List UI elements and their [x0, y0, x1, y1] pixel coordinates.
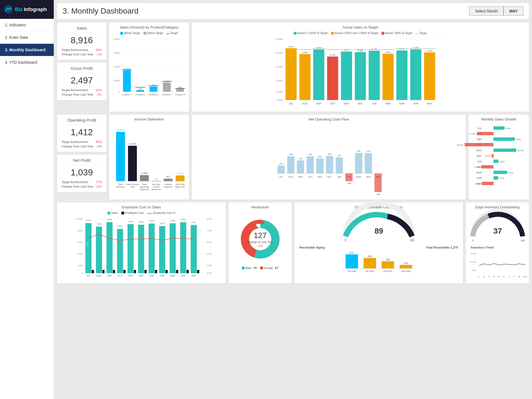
sales-product-svg: 4,000 3,000 2,000 1,000 0 3,121 [112, 36, 187, 97]
main-header: 3. Monthly Dashboard Select Month MAY [57, 3, 529, 19]
svg-text:2,000: 2,000 [277, 99, 283, 101]
svg-text:JUL: JUL [289, 102, 293, 105]
svg-text:9,047: 9,047 [344, 49, 349, 51]
svg-text:0: 0 [472, 239, 473, 242]
operating-profit-kpi: Operating Profit 1,412 Target Achievemen… [57, 114, 107, 152]
svg-text:Product 3: Product 3 [149, 93, 158, 96]
actual-vs-target-legend: Actual >=100% of Target Actual <100% and… [195, 32, 526, 35]
actual-vs-target-svg: 12,000 10,000 8,000 6,000 4,000 2,000 [195, 36, 526, 108]
income-statement-title: Income Statement [112, 117, 186, 121]
svg-rect-205 [102, 270, 104, 273]
np-target-label: Target Achievement [62, 180, 88, 184]
svg-text:127: 127 [254, 231, 267, 240]
svg-text:761: 761 [152, 84, 155, 86]
svg-rect-53 [327, 57, 338, 100]
selected-month[interactable]: MAY [503, 6, 523, 16]
svg-rect-210 [127, 224, 134, 273]
svg-rect-47 [300, 54, 311, 100]
svg-text:8,000: 8,000 [77, 229, 83, 232]
svg-rect-126 [326, 156, 333, 173]
month-selector: Select Month MAY [469, 6, 523, 16]
svg-text:Net Profit: Net Profit [176, 183, 185, 186]
sidebar-item-enter-data[interactable]: 2. Enter Data [0, 31, 54, 44]
svg-text:Product 4: Product 4 [162, 93, 172, 96]
svg-text:JUL: JUL [279, 176, 283, 178]
svg-text:<90 Days: <90 Days [383, 270, 392, 272]
svg-text:Expense: Expense [164, 186, 172, 188]
svg-rect-220 [180, 222, 186, 273]
svg-text:3.0%: 3.0% [207, 272, 212, 274]
svg-text:Revenue: Revenue [116, 186, 125, 188]
sidebar-item-indicators[interactable]: 1. Indicators [0, 19, 54, 31]
sidebar-item-ytd-dashboard[interactable]: 4. YTD Dashboard [0, 56, 54, 69]
svg-rect-219 [176, 270, 178, 273]
svg-text:APR: APR [181, 275, 186, 277]
svg-text:Product 2: Product 2 [135, 93, 145, 96]
svg-text:OCT: OCT [308, 176, 313, 178]
actual-vs-target-title: Actual Sales vs Target [195, 25, 526, 29]
svg-text:SEP: SEP [477, 138, 482, 141]
inventory-trend-svg: 15,000 10,000 5,000 - J A S [469, 250, 527, 278]
svg-rect-204 [96, 227, 102, 273]
svg-text:8,000: 8,000 [277, 65, 283, 68]
sales-change-label: Change Over Last Year [62, 53, 93, 56]
svg-rect-207 [113, 270, 115, 273]
np-title: Net Profit [62, 158, 102, 165]
sidebar-item-monthly-dashboard[interactable]: 3. Monthly Dashboard [0, 44, 54, 56]
svg-rect-162 [493, 149, 516, 152]
svg-text:279: 279 [367, 150, 370, 153]
svg-text:AUG: AUG [288, 176, 293, 178]
actual-vs-target-chart: Actual Sales vs Target Actual >=100% of … [191, 22, 529, 112]
kpi-column-top: Sales 8,916 Target Achievement 94% Chang… [57, 22, 107, 112]
svg-text:Cost of Goods: Cost of Goods [126, 183, 139, 186]
svg-rect-15 [136, 90, 144, 92]
svg-text:Finance: Finance [165, 183, 172, 186]
svg-text:SEP: SEP [107, 275, 112, 277]
svg-rect-263 [400, 265, 412, 268]
svg-text:6.1%: 6.1% [191, 221, 196, 223]
svg-text:Change vs Last Year: Change vs Last Year [247, 241, 273, 244]
svg-text:180: 180 [520, 239, 525, 242]
svg-text:JAN: JAN [372, 102, 377, 105]
employee-cost-chart: Employee Cost vs Sales Sales Employee Co… [57, 202, 226, 283]
svg-text:-106: -106 [347, 182, 351, 185]
employee-cost-svg: 10,000 8,000 6,000 4,000 2,000 0 8.0% 7.… [60, 216, 223, 279]
svg-rect-18 [150, 86, 157, 92]
svg-text:-13.0%: -13.0% [456, 144, 463, 146]
svg-text:4,000: 4,000 [113, 38, 120, 40]
svg-rect-165 [492, 154, 493, 157]
svg-text:FEB: FEB [347, 176, 351, 178]
svg-rect-56 [341, 52, 352, 100]
svg-text:Total: Total [142, 183, 147, 186]
svg-text:-5.4%: -5.4% [474, 166, 480, 168]
svg-text:5.0%: 5.0% [207, 253, 212, 255]
sales-growth-svg: JUL 5.0% AUG -7.5% SEP 9.6% OCT [471, 124, 530, 190]
svg-rect-21 [163, 83, 171, 92]
sales-title: Sales [62, 26, 102, 33]
monthly-sales-growth-chart: Monthly Sales Growth JUL 5.0% AUG -7.5% [468, 114, 529, 200]
svg-text:6.3%: 6.3% [160, 222, 164, 224]
headcount-title: Headcount [231, 205, 289, 209]
svg-rect-201 [85, 223, 91, 273]
svg-text:2,000: 2,000 [113, 65, 120, 68]
sales-growth-title: Monthly Sales Growth [471, 117, 526, 121]
svg-text:-254: -254 [376, 193, 380, 196]
svg-text:OCT: OCT [330, 102, 336, 105]
svg-rect-122 [307, 156, 314, 173]
svg-rect-74 [424, 52, 435, 100]
cash-flow-chart: Net Operating Cash Flow 107 236 179 [191, 114, 466, 200]
days-receivable-gauge: 0 180 89 [297, 211, 461, 245]
svg-text:128: 128 [403, 262, 408, 265]
svg-rect-65 [383, 54, 394, 100]
svg-rect-98 [176, 175, 185, 181]
svg-rect-88 [116, 132, 125, 181]
svg-rect-71 [410, 49, 421, 100]
svg-text:-2%: -2% [258, 244, 263, 247]
page-title: 3. Monthly Dashboard [63, 7, 139, 16]
row1: Sales 8,916 Target Achievement 94% Chang… [57, 22, 529, 112]
svg-text:DEC: DEC [327, 176, 332, 178]
svg-text:A: A [523, 276, 525, 278]
legend-above: Above Target [124, 32, 140, 35]
svg-text:D: D [503, 276, 505, 278]
svg-text:Income: Income [153, 186, 160, 188]
